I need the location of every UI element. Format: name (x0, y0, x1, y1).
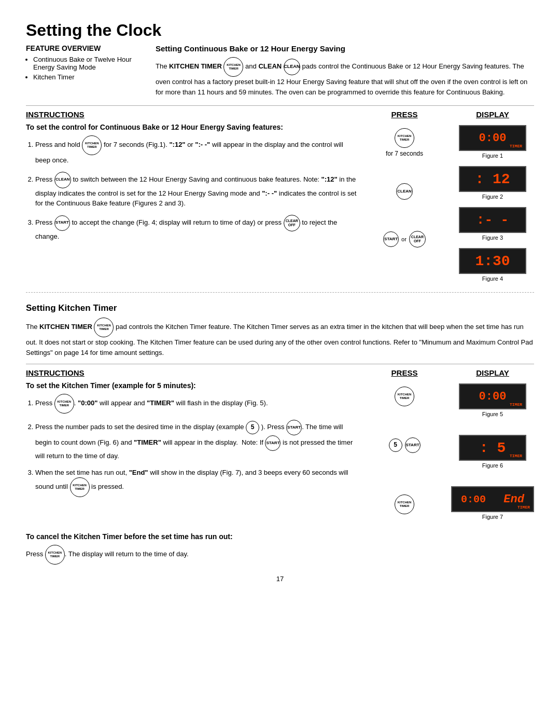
lcd-timer-label-7: TIMER (517, 505, 530, 510)
lcd-timer-label-1: TIMER (510, 144, 522, 148)
cancel-timer-heading: To cancel the Kitchen Timer before the s… (26, 532, 534, 541)
display-column-1: 0:00 TIMER Figure 1 : 12 Figure 2 :- - F… (451, 123, 534, 282)
page-title: Setting the Clock (26, 21, 534, 40)
figure-label-6: Figure 6 (482, 462, 503, 469)
cancel-timer-section: To cancel the Kitchen Timer before the s… (26, 532, 534, 565)
kitchen-timer-btn-kt1[interactable]: KITCHENTIMER (54, 394, 74, 414)
instructions-section-1: INSTRUCTIONS PRESS DISPLAY To set the co… (26, 105, 534, 282)
page-number: 17 (26, 575, 534, 583)
lcd-timer-label-6: TIMER (510, 454, 522, 458)
lcd-value-7b: End (503, 493, 524, 506)
list-item: Kitchen Timer (33, 73, 140, 81)
start-btn-press-kt2[interactable]: START (405, 437, 421, 453)
cancel-timer-text: Press KITCHENTIMER. The display will ret… (26, 545, 534, 565)
lcd-value-2: : 12 (475, 171, 510, 187)
instructions-label-1: INSTRUCTIONS (26, 110, 358, 119)
kitchen-timer-btn-press1[interactable]: KITCHENTIMER (395, 128, 414, 148)
lcd-fig2: : 12 (459, 166, 526, 192)
feature-overview-section: FEATURE OVERVIEW Continuous Bake or Twel… (26, 44, 140, 97)
lcd-timer-label-5: TIMER (510, 402, 522, 407)
display-figure-6: : 5 TIMER Figure 6 (459, 435, 526, 469)
instructions-section-2: INSTRUCTIONS PRESS DISPLAY To set the Ki… (26, 364, 534, 520)
figure-label-2: Figure 2 (482, 194, 503, 200)
clear-off-btn-press3[interactable]: CLEAROFF (409, 231, 426, 248)
instructions-list-2: Press KITCHENTIMER. "0:00" will appear a… (26, 394, 358, 497)
press-row-kt2: 5 START (389, 437, 421, 453)
instruction-step-2: Press CLEAN to switch between the 12 Hou… (35, 172, 358, 209)
kitchen-timer-heading: Setting Kitchen Timer (26, 303, 534, 313)
figure-label-1: Figure 1 (482, 153, 503, 159)
kitchen-timer-btn-cancel[interactable]: KITCHENTIMER (45, 545, 65, 565)
number-5-btn-press[interactable]: 5 (389, 438, 402, 452)
display-figure-7: 0:00 End TIMER Figure 7 (451, 486, 534, 520)
instruction-step-1: Press and hold KITCHENTIMER for 7 second… (35, 135, 358, 166)
figure-label-3: Figure 3 (482, 235, 503, 241)
press-item-kt3: KITCHENTIMER (395, 495, 414, 514)
kitchen-timer-btn-press-kt3[interactable]: KITCHENTIMER (395, 495, 414, 514)
display-figure-2: : 12 Figure 2 (459, 166, 526, 200)
continuous-bake-heading: Setting Continuous Bake or 12 Hour Energ… (156, 44, 534, 53)
display-figure-3: :- - Figure 3 (459, 207, 526, 241)
feature-overview-list: Continuous Bake or Twelve Hour Energy Sa… (26, 56, 140, 81)
press-label-for-7-sec: for 7 seconds (386, 150, 423, 157)
display-label-2: DISPLAY (451, 368, 534, 377)
lcd-value-5: 0:00 (479, 390, 507, 403)
kitchen-timer-btn-intro[interactable]: KITCHENTIMER (94, 318, 114, 337)
instructions-body-2: To set the Kitchen Timer (example for 5 … (26, 381, 534, 520)
figure-label-5: Figure 5 (482, 411, 503, 417)
instructions-header-2: INSTRUCTIONS PRESS DISPLAY (26, 364, 534, 377)
section-divider (26, 292, 534, 293)
kitchen-timer-intro: The KITCHEN TIMER KITCHENTIMER pad contr… (26, 318, 534, 358)
instructions-list-1: Press and hold KITCHENTIMER for 7 second… (26, 135, 358, 241)
lcd-fig4: 1:30 (459, 248, 526, 274)
press-item-3: START or CLEAROFF (383, 231, 426, 248)
press-label-2: PRESS (363, 368, 446, 377)
instruction-step-3: Press START to accept the change (Fig. 4… (35, 215, 358, 242)
display-figure-4: 1:30 Figure 4 (459, 248, 526, 282)
display-column-2: 0:00 TIMER Figure 5 : 5 TIMER Figure 6 0… (451, 381, 534, 520)
lcd-value-3: :- - (477, 212, 509, 228)
number-5-btn-kt2[interactable]: 5 (246, 421, 259, 434)
clean-icon-inline: CLEAN (284, 59, 300, 75)
press-column-1: KITCHENTIMER for 7 seconds CLEAN START o… (363, 123, 446, 282)
press-label-1: PRESS (363, 110, 446, 119)
instruction-step-kt-3: When the set time has run out, "End" wil… (35, 468, 358, 498)
press-row-3: START or CLEAROFF (383, 231, 426, 248)
lcd-value-7a: 0:00 (461, 493, 486, 505)
list-item: Continuous Bake or Twelve Hour Energy Sa… (33, 56, 140, 71)
instructions-body-1: To set the control for Continuous Bake o… (26, 123, 534, 282)
kitchen-timer-icon-inline: KITCHENTIMER (223, 57, 243, 77)
kitchen-timer-btn-kt3[interactable]: KITCHENTIMER (70, 477, 90, 497)
lcd-value-6: : 5 (480, 440, 506, 456)
instruction-step-kt-2: Press the number pads to set the desired… (35, 420, 358, 461)
start-btn-press3[interactable]: START (383, 231, 399, 247)
start-btn-kt2[interactable]: START (286, 420, 302, 435)
display-figure-1: 0:00 TIMER Figure 1 (459, 125, 526, 159)
lcd-fig1: 0:00 TIMER (459, 125, 526, 151)
start-btn-kt2-note[interactable]: START (265, 435, 281, 451)
kitchen-timer-btn-press-kt1[interactable]: KITCHENTIMER (395, 387, 414, 406)
press-item-kt2: 5 START (389, 437, 421, 453)
start-btn-step3[interactable]: START (54, 215, 70, 231)
lcd-value-4: 1:30 (475, 253, 510, 269)
press-item-2: CLEAN (396, 183, 413, 200)
lcd-fig7: 0:00 End TIMER (451, 486, 534, 512)
continuous-bake-para: The KITCHEN TIMER KITCHENTIMER and CLEAN… (156, 57, 534, 97)
clean-btn-press2[interactable]: CLEAN (396, 183, 413, 200)
instruction-step-kt-1: Press KITCHENTIMER. "0:00" will appear a… (35, 394, 358, 414)
lcd-fig6: : 5 TIMER (459, 435, 526, 461)
lcd-fig3: :- - (459, 207, 526, 233)
or-text-3: or (401, 236, 407, 242)
kitchen-timer-btn-step1[interactable]: KITCHENTIMER (82, 135, 102, 155)
press-item-kt1: KITCHENTIMER (395, 387, 414, 406)
kitchen-timer-section: Setting Kitchen Timer The KITCHEN TIMER … (26, 303, 534, 565)
instructions-subheading-2: To set the Kitchen Timer (example for 5 … (26, 381, 358, 390)
instructions-subheading-1: To set the control for Continuous Bake o… (26, 123, 358, 131)
press-column-2: KITCHENTIMER 5 START KITCHENTIMER (363, 381, 446, 520)
clear-off-btn-step3[interactable]: CLEAROFF (284, 215, 300, 231)
display-label-1: DISPLAY (451, 110, 534, 119)
figure-label-7: Figure 7 (482, 514, 503, 520)
press-item-1: KITCHENTIMER for 7 seconds (386, 128, 423, 157)
clean-btn-step2[interactable]: CLEAN (54, 172, 71, 188)
display-figure-5: 0:00 TIMER Figure 5 (459, 383, 526, 417)
